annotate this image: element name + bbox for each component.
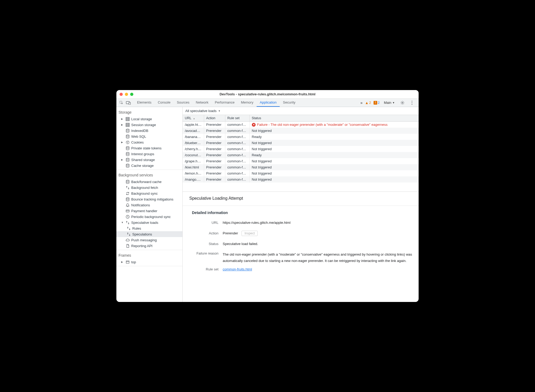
detail-ruleset-link[interactable]: common-fruits.html	[223, 266, 413, 273]
sidebar-item-private-state-tokens[interactable]: Private state tokens	[116, 145, 182, 151]
col-action[interactable]: Action	[204, 115, 225, 122]
svg-rect-23	[126, 261, 129, 263]
sidebar-item-background-sync[interactable]: Background sync	[116, 190, 182, 196]
sidebar-item-indexeddb[interactable]: IndexedDB	[116, 128, 182, 133]
device-toggle-icon[interactable]	[125, 99, 132, 106]
sidebar-item-background-fetch[interactable]: Background fetch	[116, 185, 182, 190]
sidebar-item-rules[interactable]: Rules	[116, 225, 182, 231]
cell-url: /kiwi.html	[183, 164, 204, 170]
chevron-down-icon[interactable]: ▼	[218, 110, 221, 112]
speculations-table: URL▲ActionRule setStatus /apple.htmlPrer…	[183, 115, 419, 182]
svg-point-16	[126, 152, 129, 153]
tab-network[interactable]: Network	[193, 99, 212, 107]
application-sidebar: Storage▶Local storage▶Session storageInd…	[116, 107, 183, 302]
warnings-badge[interactable]: ▲ 2	[365, 101, 371, 105]
doc-icon	[125, 244, 130, 248]
sidebar-item-back-forward-cache[interactable]: Back/forward cache	[116, 179, 182, 185]
table-row[interactable]: /coconut…Prerendercommon-fr…Ready	[183, 152, 419, 158]
sidebar-item-top[interactable]: ▶top	[116, 259, 182, 265]
table-row[interactable]: /lemon.h…Prerendercommon-fr…Not triggere…	[183, 170, 419, 176]
sidebar-item-payment-handler[interactable]: Payment handler	[116, 208, 182, 214]
cell-action: Prerender	[204, 146, 225, 152]
sidebar-item-speculative-loads[interactable]: ▼Speculative loads	[116, 220, 182, 225]
sidebar-item-label: Back/forward cache	[131, 180, 161, 184]
detail-status-label: Status	[189, 242, 218, 246]
sidebar-item-periodic-background-sync[interactable]: Periodic background sync	[116, 214, 182, 220]
expand-icon: ▶	[121, 141, 124, 144]
traffic-lights	[120, 93, 133, 96]
sidebar-item-reporting-api[interactable]: Reporting API	[116, 243, 182, 249]
db-icon	[125, 134, 130, 139]
sidebar-item-label: Periodic background sync	[131, 215, 171, 219]
sidebar-item-label: Rules	[132, 226, 141, 230]
issue-icon: !	[374, 101, 377, 105]
tab-memory[interactable]: Memory	[238, 99, 257, 107]
svg-rect-2	[129, 102, 130, 105]
sidebar-item-cache-storage[interactable]: Cache storage	[116, 163, 182, 168]
close-icon[interactable]	[120, 93, 123, 96]
cell-status: Not triggered	[249, 170, 419, 176]
sidebar-item-web-sql[interactable]: Web SQL	[116, 133, 182, 139]
tab-security[interactable]: Security	[280, 99, 299, 107]
speculative-filter[interactable]: All speculative loads	[185, 109, 217, 113]
col-rule-set[interactable]: Rule set	[225, 115, 249, 122]
issues-badge[interactable]: ! 2	[374, 101, 380, 105]
cell-action: Prerender	[204, 128, 225, 134]
cell-action: Prerender	[204, 140, 225, 146]
table-row[interactable]: /banana.…Prerendercommon-fr…Ready	[183, 134, 419, 140]
tab-elements[interactable]: Elements	[134, 99, 155, 107]
tab-console[interactable]: Console	[155, 99, 174, 107]
grid-icon	[125, 117, 130, 121]
detail-failure-row: Failure reason The old non-eager prerend…	[189, 251, 413, 264]
detail-action-text: Prerender	[223, 231, 238, 235]
inspect-button[interactable]: Inspect	[242, 231, 258, 236]
sidebar-item-shared-storage[interactable]: ▶Shared storage	[116, 157, 182, 163]
table-row[interactable]: /mango.…Prerendercommon-fr…Not triggered	[183, 176, 419, 182]
sidebar-item-cookies[interactable]: ▶Cookies	[116, 139, 182, 145]
sidebar-heading: Frames	[116, 251, 182, 259]
sidebar-item-label: Private state tokens	[131, 146, 161, 150]
sidebar-item-label: Background fetch	[131, 186, 158, 190]
titlebar: DevTools - speculative-rules.glitch.me/c…	[116, 90, 419, 99]
tab-sources[interactable]: Sources	[174, 99, 193, 107]
frame-icon	[125, 260, 130, 264]
sidebar-item-local-storage[interactable]: ▶Local storage	[116, 116, 182, 122]
cookie-icon	[125, 140, 130, 144]
svg-rect-7	[126, 117, 129, 121]
table-row[interactable]: /cherry.h…Prerendercommon-fr…Not trigger…	[183, 146, 419, 152]
zoom-icon[interactable]	[130, 93, 133, 96]
cell-ruleset: common-fr…	[225, 158, 249, 164]
cell-status: Not triggered	[249, 128, 419, 134]
sidebar-item-bounce-tracking-mitigations[interactable]: Bounce tracking mitigations	[116, 196, 182, 202]
sidebar-item-interest-groups[interactable]: Interest groups	[116, 151, 182, 157]
chevron-down-icon: ▼	[392, 101, 395, 104]
frame-selector[interactable]: Main ▼	[382, 101, 396, 105]
table-row[interactable]: /avocad…Prerendercommon-fr…Not triggered	[183, 128, 419, 134]
settings-icon[interactable]	[399, 99, 406, 106]
detail-action-label: Action	[189, 231, 218, 235]
table-row[interactable]: /apple.htmlPrerendercommon-fr…✕Failure -…	[183, 122, 419, 128]
sidebar-item-label: Push messaging	[131, 238, 157, 242]
table-row[interactable]: /grape.htmlPrerendercommon-fr…Not trigge…	[183, 158, 419, 164]
inspect-element-icon[interactable]	[118, 99, 125, 106]
sidebar-item-label: Notifications	[131, 203, 150, 207]
tab-performance[interactable]: Performance	[212, 99, 238, 107]
sidebar-item-session-storage[interactable]: ▶Session storage	[116, 122, 182, 128]
sidebar-item-speculations[interactable]: Speculations	[116, 231, 182, 237]
more-tabs-icon[interactable]: »	[358, 99, 365, 106]
tab-application[interactable]: Application	[257, 99, 280, 107]
col-url[interactable]: URL▲	[183, 115, 204, 122]
window-title: DevTools - speculative-rules.glitch.me/c…	[220, 92, 315, 96]
svg-point-6	[412, 104, 413, 105]
cell-url: /blueberr…	[183, 140, 204, 146]
col-status[interactable]: Status	[249, 115, 419, 122]
sidebar-item-label: Local storage	[131, 117, 152, 121]
panel-tabs: ElementsConsoleSourcesNetworkPerformance…	[134, 99, 358, 107]
speculations-table-wrap[interactable]: URL▲ActionRule setStatus /apple.htmlPrer…	[183, 115, 419, 192]
sidebar-item-push-messaging[interactable]: Push messaging	[116, 237, 182, 243]
minimize-icon[interactable]	[125, 93, 128, 96]
table-row[interactable]: /blueberr…Prerendercommon-fr…Not trigger…	[183, 140, 419, 146]
sidebar-item-notifications[interactable]: Notifications	[116, 202, 182, 208]
table-row[interactable]: /kiwi.htmlPrerendercommon-fr…Not trigger…	[183, 164, 419, 170]
kebab-menu-icon[interactable]	[409, 99, 415, 106]
